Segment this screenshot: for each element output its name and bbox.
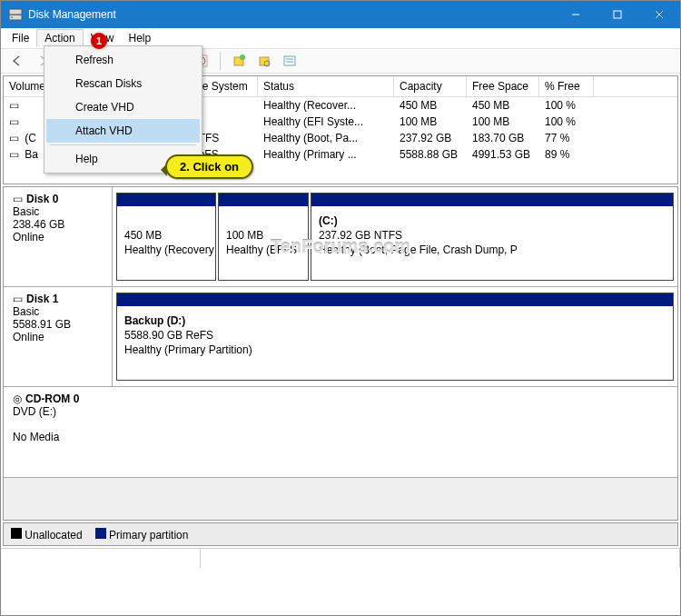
list-icon[interactable]	[279, 51, 301, 71]
menu-item-create-vhd[interactable]: Create VHD	[46, 95, 200, 119]
col-pctfree[interactable]: % Free	[539, 76, 594, 96]
menu-separator	[50, 144, 196, 145]
svg-point-2	[11, 16, 13, 18]
svg-rect-4	[614, 11, 621, 18]
volume-icon: ▭	[9, 99, 22, 112]
back-button[interactable]	[6, 51, 28, 71]
col-freespace[interactable]: Free Space	[467, 76, 539, 96]
minimize-button[interactable]	[555, 1, 597, 28]
disk-row-0[interactable]: ▭Disk 0 Basic 238.46 GB Online 450 MBHea…	[4, 187, 677, 287]
disk-label: ◎CD-ROM 0 DVD (E:) No Media	[4, 387, 677, 477]
volume-icon: ▭	[9, 148, 22, 161]
disk-graphic-view: ▭Disk 0 Basic 238.46 GB Online 450 MBHea…	[3, 186, 678, 521]
col-status[interactable]: Status	[258, 76, 394, 96]
volume-icon: ▭	[9, 132, 22, 144]
partition-header	[117, 293, 673, 306]
partition-header	[117, 194, 215, 206]
window-title: Disk Management	[28, 8, 555, 21]
menu-action[interactable]: Action	[36, 29, 83, 47]
legend: Unallocated Primary partition	[3, 522, 678, 546]
svg-rect-12	[284, 56, 295, 65]
menu-file[interactable]: File	[5, 30, 36, 46]
partition-header	[219, 194, 308, 206]
disk-row-1[interactable]: ▭Disk 1 Basic 5588.91 GB Online Backup (…	[4, 287, 677, 387]
disk-icon: ▭	[13, 193, 23, 205]
legend-swatch-unallocated	[11, 528, 22, 539]
partition-header	[311, 194, 673, 206]
status-bar	[1, 548, 680, 568]
close-button[interactable]	[638, 1, 680, 28]
partition[interactable]: 450 MBHealthy (Recovery	[116, 193, 216, 281]
disk-row-cdrom[interactable]: ◎CD-ROM 0 DVD (E:) No Media	[4, 387, 677, 478]
empty-area	[4, 478, 677, 520]
partition[interactable]: Backup (D:)5588.90 GB ReFSHealthy (Prima…	[116, 293, 674, 381]
toolbar-separator	[220, 52, 221, 70]
disk-label: ▭Disk 1 Basic 5588.91 GB Online	[4, 287, 113, 386]
app-icon	[8, 7, 23, 22]
col-capacity[interactable]: Capacity	[394, 76, 467, 96]
svg-point-9	[240, 55, 245, 60]
menu-help[interactable]: Help	[122, 30, 159, 46]
status-cell	[201, 549, 680, 568]
new-icon[interactable]	[228, 51, 250, 71]
maximize-button[interactable]	[597, 1, 638, 28]
volume-icon: ▭	[9, 115, 22, 128]
cdrom-icon: ◎	[13, 392, 22, 405]
partition[interactable]: 100 MBHealthy (EFI S	[218, 193, 309, 281]
menu-item-refresh[interactable]: Refresh	[46, 48, 200, 72]
partition[interactable]: (C:)237.92 GB NTFSHealthy (Boot, Page Fi…	[311, 193, 674, 281]
disk-icon: ▭	[13, 293, 23, 305]
legend-swatch-primary	[95, 528, 106, 539]
menu-item-rescan-disks[interactable]: Rescan Disks	[46, 72, 200, 95]
search-icon[interactable]	[253, 51, 275, 71]
annotation-step-2: 2. Click on	[165, 154, 253, 179]
title-bar: Disk Management	[1, 1, 680, 28]
status-cell	[1, 549, 201, 568]
svg-rect-1	[9, 9, 22, 15]
annotation-step-1: 1	[91, 33, 107, 49]
menu-item-attach-vhd[interactable]: Attach VHD	[46, 119, 200, 143]
disk-label: ▭Disk 0 Basic 238.46 GB Online	[4, 187, 113, 286]
